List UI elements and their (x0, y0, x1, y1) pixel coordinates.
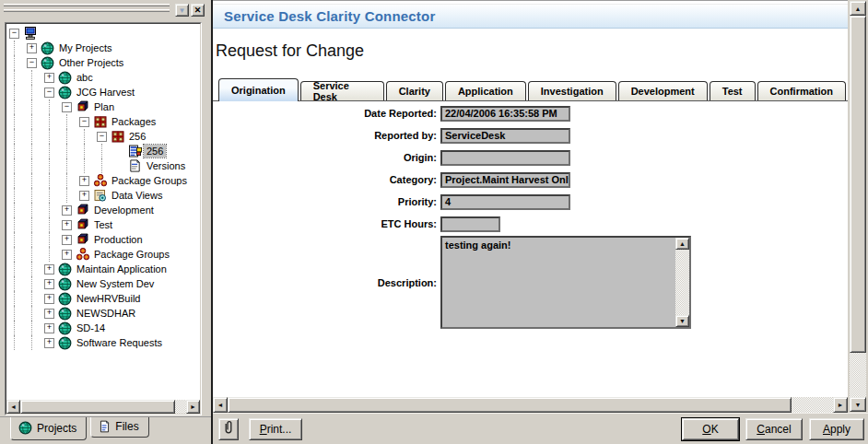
tree-expand-button[interactable]: + (44, 279, 54, 289)
tree-collapse-button[interactable]: − (97, 132, 107, 142)
tree-item[interactable]: +New System Dev (6, 276, 200, 291)
tree-expand-button[interactable]: + (27, 43, 37, 53)
scrollbar-thumb[interactable] (20, 400, 175, 414)
tree-item[interactable]: +Package Groups (6, 247, 200, 262)
dock-close-button[interactable]: ✕ (191, 4, 205, 17)
field-priority[interactable]: 4 (440, 194, 570, 210)
tree-item[interactable]: +SD-14 (6, 321, 200, 335)
scroll-down-button[interactable]: ▼ (850, 397, 866, 412)
tree-item[interactable]: +Production (6, 232, 200, 247)
tree-item[interactable]: Versions (6, 158, 200, 173)
tree-item[interactable]: +NEWSDHAR (6, 306, 200, 321)
tree-item[interactable]: +Data Views (6, 188, 200, 203)
field-etc-hours[interactable] (440, 216, 500, 232)
tree-collapse-button[interactable]: − (62, 102, 72, 112)
tree-item[interactable]: +NewHRVBuild (6, 291, 200, 306)
tree-collapse-button[interactable]: − (9, 29, 19, 39)
tree-guide (44, 203, 62, 217)
scroll-right-button[interactable]: ► (186, 400, 200, 414)
tree-collapse-button[interactable]: − (44, 88, 54, 98)
field-category[interactable]: Project.Maint Harvest Only (440, 172, 570, 188)
tab-confirmation[interactable]: Confirmation (757, 81, 846, 100)
request-detail-panel: Service Desk Clarity Connector Request f… (211, 0, 868, 444)
tree-item-label: Production (91, 233, 146, 246)
cube-icon (76, 99, 91, 114)
tab-origination[interactable]: Origination (218, 78, 299, 101)
tab-service-desk[interactable]: Service Desk (300, 81, 384, 100)
form-row: Reported by:ServiceDesk (213, 124, 848, 146)
tree-item[interactable]: +abc (6, 70, 200, 85)
tab-clarity[interactable]: Clarity (386, 81, 443, 100)
tree-horizontal-scrollbar[interactable]: ◄ ► (6, 400, 200, 414)
description-scrollbar[interactable]: ▲ ▼ (675, 238, 689, 327)
tree-item[interactable]: −JCG Harvest (6, 85, 200, 99)
ok-button[interactable]: OK (682, 418, 739, 440)
main-vertical-scrollbar[interactable]: ▲ ▼ (850, 1, 866, 412)
scrollbar-track[interactable] (850, 353, 866, 397)
main-horizontal-scrollbar[interactable]: ◄ ► (213, 397, 848, 413)
scroll-left-button[interactable]: ◄ (6, 400, 20, 414)
tree-item[interactable]: +Software Requests (6, 335, 200, 350)
field-reported-by[interactable]: ServiceDesk (440, 128, 570, 144)
scrollbar-track[interactable] (175, 400, 186, 414)
cancel-button[interactable]: Cancel (745, 418, 803, 440)
tree-expand-button[interactable]: + (44, 309, 54, 319)
scroll-left-button[interactable]: ◄ (213, 397, 228, 413)
scrollbar-track[interactable] (792, 397, 833, 413)
tree-item[interactable]: −Packages (6, 114, 200, 129)
tree-item[interactable]: +Package Groups (6, 173, 200, 188)
paperclip-icon (223, 419, 234, 439)
tree-expand-button[interactable]: + (44, 338, 54, 348)
tree-item[interactable]: +My Projects (6, 41, 200, 55)
scroll-down-button[interactable]: ▼ (675, 315, 689, 327)
tree-item[interactable]: +Development (6, 203, 200, 217)
tree-item[interactable]: − (6, 26, 200, 41)
tab-test[interactable]: Test (710, 81, 756, 100)
tree-expand-button[interactable]: + (44, 73, 54, 83)
scroll-right-button[interactable]: ► (833, 397, 848, 413)
apply-button[interactable]: Apply (809, 418, 864, 440)
form-row: Priority:4 (213, 191, 848, 213)
tree-item[interactable]: −Plan (6, 99, 200, 114)
tree-item[interactable]: −256 (6, 129, 200, 144)
scroll-left-icon: ◄ (217, 402, 224, 408)
scrollbar-thumb[interactable] (850, 16, 866, 353)
dock-grip[interactable] (4, 4, 170, 15)
tree-collapse-button[interactable]: − (27, 58, 37, 68)
print-button[interactable]: Print... (249, 418, 302, 440)
tree-guide (97, 158, 114, 173)
scroll-up-button[interactable]: ▲ (850, 1, 866, 16)
form-row: Category:Project.Maint Harvest Only (213, 169, 848, 191)
scrollbar-track[interactable] (675, 250, 689, 315)
tree-item[interactable]: 256 (6, 144, 200, 158)
tab-application[interactable]: Application (445, 81, 526, 100)
globe-icon (18, 421, 32, 436)
tab-files[interactable]: Files (90, 417, 148, 438)
scrollbar-thumb[interactable] (228, 397, 792, 413)
dock-dropdown-button[interactable]: ▼ (175, 4, 189, 17)
tree-expand-button[interactable]: + (62, 220, 72, 230)
description-textarea[interactable]: testing again! ▲ ▼ (440, 236, 691, 329)
field-date-reported[interactable]: 22/04/2006 16:35:58 PM (440, 106, 570, 122)
tab-development[interactable]: Development (618, 81, 708, 100)
tree-item[interactable]: −Other Projects (6, 55, 200, 70)
tree-expand-button[interactable]: + (62, 205, 72, 216)
tab-investigation[interactable]: Investigation (528, 81, 616, 100)
tree-expand-button[interactable]: + (62, 235, 72, 245)
tab-projects[interactable]: Projects (10, 417, 87, 440)
tree-item[interactable]: +Maintain Application (6, 262, 200, 276)
tree-expand-button[interactable]: + (79, 176, 89, 186)
scroll-up-button[interactable]: ▲ (675, 238, 689, 250)
dock-header[interactable]: ▼ ✕ (3, 2, 207, 19)
tree-expand-button[interactable]: + (62, 250, 72, 260)
tree-expand-button[interactable]: + (44, 294, 54, 304)
tree-expand-button[interactable]: + (44, 323, 54, 333)
tree-item[interactable]: +Test (6, 217, 200, 232)
chevron-down-icon: ▼ (179, 6, 186, 15)
tree-expand-button[interactable]: + (44, 264, 54, 275)
action-button-bar: Print... OK Cancel Apply (213, 413, 868, 444)
attachment-button[interactable] (218, 418, 239, 440)
tree-collapse-button[interactable]: − (79, 117, 89, 127)
tree-expand-button[interactable]: + (79, 191, 89, 201)
field-origin[interactable] (440, 150, 570, 166)
